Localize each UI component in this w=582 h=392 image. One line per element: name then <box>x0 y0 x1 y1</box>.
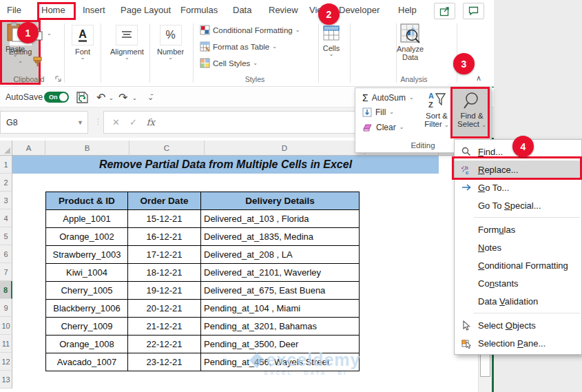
row-header-11[interactable]: 11 <box>0 335 12 353</box>
table-cell[interactable]: 21-12-21 <box>128 318 201 336</box>
tab-page-layout[interactable]: Page Layout <box>121 5 171 15</box>
row-header-1[interactable]: 1 <box>0 156 12 174</box>
table-cell[interactable]: Orange_1002 <box>46 228 128 246</box>
table-cell[interactable]: 16-12-21 <box>128 228 201 246</box>
row-header-8[interactable]: 8 <box>0 281 12 299</box>
table-header-cell[interactable]: Delivery Details <box>201 192 360 210</box>
table-cell[interactable]: Blackberry_1006 <box>46 300 128 318</box>
table-cell[interactable]: Orange_1008 <box>46 336 128 353</box>
fill-button[interactable]: Fill ⌄ <box>362 107 394 117</box>
menu-item-notes[interactable]: Notes <box>455 238 581 256</box>
row-header-10[interactable]: 10 <box>0 317 12 335</box>
cell-styles-button[interactable]: Cell Styles ⌄ <box>200 58 258 68</box>
paste-dropdown-chevron[interactable]: ⌄ <box>13 53 18 57</box>
number-group-button[interactable]: % Number ⌄ <box>157 25 184 60</box>
table-cell[interactable]: Cherry_1009 <box>46 318 128 336</box>
table-cell[interactable]: 23-12-21 <box>128 353 201 371</box>
row-header-7[interactable]: 7 <box>0 263 12 281</box>
enter-icon[interactable]: ✓ <box>129 117 137 127</box>
tab-insert[interactable]: Insert <box>83 5 105 15</box>
table-cell[interactable]: Avacado_1007 <box>46 353 128 371</box>
table-cell[interactable]: Pending_at_3201, Bahamas <box>201 318 360 336</box>
tab-home[interactable]: Home <box>41 5 65 15</box>
tab-help[interactable]: Help <box>398 5 417 15</box>
table-cell[interactable]: Delivered_at_2101, Waverley <box>201 264 360 282</box>
redo-button[interactable]: ↷ <box>118 87 127 107</box>
table-cell[interactable]: 20-12-21 <box>128 300 201 318</box>
insert-function-icon[interactable]: fx <box>147 117 155 127</box>
table-cell[interactable]: 19-12-21 <box>128 282 201 300</box>
column-header-A[interactable]: A <box>12 141 45 156</box>
table-cell[interactable]: 15-12-21 <box>128 210 201 228</box>
table-cell[interactable]: Cherry_1005 <box>46 282 128 300</box>
select-all-corner[interactable] <box>0 141 12 156</box>
table-cell[interactable]: Apple_1001 <box>46 210 128 228</box>
table-cell[interactable]: Delivered_at_1835, Medina <box>201 228 360 246</box>
row-header-9[interactable]: 9 <box>0 299 12 317</box>
autosave-toggle[interactable]: On <box>44 92 69 103</box>
cancel-icon[interactable]: ✕ <box>112 117 120 127</box>
menu-item-data-validation[interactable]: Data Validation <box>455 292 581 310</box>
row-header-6[interactable]: 6 <box>0 245 12 263</box>
table-header-cell[interactable]: Product & ID <box>46 192 128 210</box>
column-header-D[interactable]: D <box>205 141 365 156</box>
cells-group-button[interactable]: Cells ⌄ <box>322 24 340 56</box>
title-banner-cell[interactable]: Remove Partial Data from Multiple Cells … <box>12 156 439 174</box>
redo-chevron[interactable]: ⌄ <box>132 89 137 108</box>
row-header-5[interactable]: 5 <box>0 227 12 245</box>
row-header-2[interactable]: 2 <box>0 174 12 192</box>
analyze-data-button[interactable]: Analyze Data <box>397 23 424 61</box>
tab-developer[interactable]: Developer <box>339 5 380 15</box>
menu-item-go-to[interactable]: Go To... <box>455 178 581 196</box>
column-header-C[interactable]: C <box>129 141 205 156</box>
save-button[interactable] <box>76 87 89 107</box>
row-header-3[interactable]: 3 <box>0 192 12 209</box>
format-painter-button[interactable] <box>32 56 44 68</box>
tab-file[interactable]: File <box>7 5 21 15</box>
customize-qat-chevron[interactable]: ⌄̄ <box>147 87 154 107</box>
worksheet[interactable]: ABCDE 12345678910111213 Remove Partial D… <box>0 138 492 392</box>
table-cell[interactable]: 22-12-21 <box>128 336 201 353</box>
menu-item-go-to-special[interactable]: Go To Special... <box>455 196 581 214</box>
alignment-group-button[interactable]: Alignment ⌄ <box>110 25 144 60</box>
name-box-chevron[interactable]: ▼ <box>77 119 83 126</box>
table-cell[interactable]: Delivered_at_675, East Buena <box>201 282 360 300</box>
table-cell[interactable]: Delivered_at_103 , Florida <box>201 210 360 228</box>
find-select-button[interactable]: Find & Select ⌄ <box>454 91 490 128</box>
clear-button[interactable]: Clear ⌄ <box>362 123 404 132</box>
autosum-button[interactable]: Σ AutoSum ⌄ <box>362 92 414 103</box>
copy-dropdown-chevron[interactable]: ⌄ <box>47 32 52 36</box>
table-cell[interactable]: Delivered_at_208 , LA <box>201 246 360 264</box>
table-cell[interactable]: Kiwi_1004 <box>46 264 128 282</box>
table-cell[interactable]: Strawberry_1003 <box>46 246 128 264</box>
table-header-cell[interactable]: Order Date <box>128 192 201 210</box>
tab-review[interactable]: Review <box>269 5 298 15</box>
table-cell[interactable]: Pending_at_3500, Deer <box>201 336 360 353</box>
conditional-formatting-button[interactable]: Conditional Formatting ⌄ <box>200 25 300 35</box>
menu-item-conditional-formatting[interactable]: Conditional Formatting <box>455 256 581 274</box>
undo-button[interactable]: ↶ <box>96 87 105 107</box>
comment-button[interactable] <box>463 3 484 19</box>
data-table[interactable]: Product & IDOrder DateDelivery DetailsAp… <box>45 192 360 371</box>
row-header-4[interactable]: 4 <box>0 209 12 227</box>
table-cell[interactable]: Pending_at_104 , Miami <box>201 300 360 318</box>
menu-item-formulas[interactable]: Formulas <box>455 220 581 238</box>
clipboard-dialog-launcher[interactable] <box>55 76 62 83</box>
sort-filter-button[interactable]: A Z Sort & Filter ⌄ <box>419 91 455 128</box>
table-cell[interactable]: 18-12-21 <box>128 264 201 282</box>
menu-item-constants[interactable]: Constants <box>455 274 581 292</box>
row-header-12[interactable]: 12 <box>0 353 12 371</box>
column-header-B[interactable]: B <box>45 141 129 156</box>
menu-item-selection-pane[interactable]: Selection Pane... <box>455 334 581 352</box>
share-button[interactable] <box>434 3 455 19</box>
row-header-13[interactable]: 13 <box>0 371 12 389</box>
menu-item-replace[interactable]: bcReplace... <box>455 161 581 178</box>
format-as-table-button[interactable]: Format as Table ⌄ <box>200 41 277 52</box>
undo-chevron[interactable]: ⌄ <box>109 89 114 108</box>
font-group-button[interactable]: A Font ⌄ <box>72 25 94 60</box>
tab-formulas[interactable]: Formulas <box>180 5 218 15</box>
collapse-ribbon-chevron[interactable]: ∧ <box>476 74 481 83</box>
name-box[interactable]: G8 ▼ <box>0 111 88 134</box>
tab-data[interactable]: Data <box>233 5 251 15</box>
table-cell[interactable]: Pending_at_456, Wayels Street <box>201 353 360 371</box>
